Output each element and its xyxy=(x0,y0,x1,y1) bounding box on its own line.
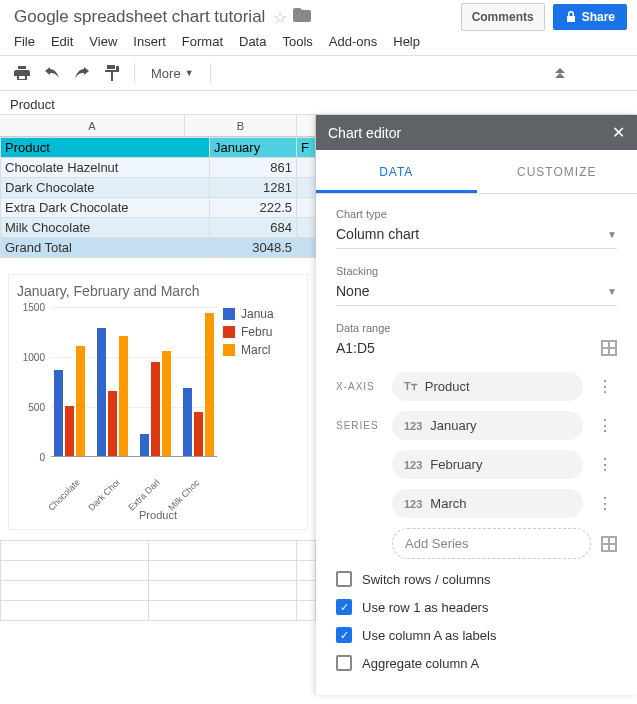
data-range-input[interactable]: A1:D5 xyxy=(336,340,375,356)
print-icon[interactable] xyxy=(10,61,34,85)
share-button[interactable]: Share xyxy=(553,4,627,30)
number-type-icon: 123 xyxy=(404,459,422,471)
toolbar: More ▼ xyxy=(0,55,637,91)
add-series-button[interactable]: Add Series xyxy=(392,528,591,559)
table-row[interactable] xyxy=(1,561,316,581)
menu-file[interactable]: File xyxy=(14,34,35,49)
menu-view[interactable]: View xyxy=(89,34,117,49)
more-menu-icon[interactable]: ⋮ xyxy=(593,494,617,513)
stacking-label: Stacking xyxy=(336,265,617,277)
number-type-icon: 123 xyxy=(404,498,422,510)
stacking-select[interactable]: None▼ xyxy=(336,283,617,306)
use-columnA-labels-checkbox[interactable]: ✓Use column A as labels xyxy=(336,627,617,643)
lock-icon xyxy=(565,11,577,23)
paint-format-icon[interactable] xyxy=(100,61,124,85)
menu-data[interactable]: Data xyxy=(239,34,266,49)
table-row[interactable] xyxy=(1,581,316,601)
checkbox-checked-icon: ✓ xyxy=(336,627,352,643)
collapse-toolbar-icon[interactable] xyxy=(553,65,567,81)
table-row[interactable]: Chocolate Hazelnut861 xyxy=(1,158,316,178)
data-range-label: Data range xyxy=(336,322,617,334)
chart[interactable]: January, February and March 050010001500… xyxy=(8,274,308,530)
chart-type-label: Chart type xyxy=(336,208,617,220)
checkbox-icon xyxy=(336,571,352,587)
star-icon[interactable]: ☆ xyxy=(273,8,287,27)
chart-x-axis-title: Product xyxy=(17,509,299,521)
chart-editor-panel: Chart editor ✕ DATA CUSTOMIZE Chart type… xyxy=(316,115,637,695)
text-type-icon: Tᴛ xyxy=(404,380,417,393)
aggregate-columnA-checkbox[interactable]: Aggregate column A xyxy=(336,655,617,671)
tab-customize[interactable]: CUSTOMIZE xyxy=(477,150,638,193)
close-icon[interactable]: ✕ xyxy=(612,123,625,142)
menu-insert[interactable]: Insert xyxy=(133,34,166,49)
folder-icon[interactable] xyxy=(293,8,311,26)
menu-tools[interactable]: Tools xyxy=(282,34,312,49)
chevron-down-icon: ▼ xyxy=(607,229,617,240)
col-header-a[interactable]: A xyxy=(0,115,185,136)
select-range-icon[interactable] xyxy=(601,340,617,356)
tab-data[interactable]: DATA xyxy=(316,150,477,193)
checkbox-checked-icon: ✓ xyxy=(336,599,352,615)
chart-legend: JanuaFebruMarcl xyxy=(217,307,299,487)
more-menu-icon[interactable]: ⋮ xyxy=(593,416,617,435)
col-header-c-partial[interactable] xyxy=(297,115,316,136)
redo-icon[interactable] xyxy=(70,61,94,85)
series-chip[interactable]: 123February xyxy=(392,450,583,479)
series-chip[interactable]: 123March xyxy=(392,489,583,518)
number-type-icon: 123 xyxy=(404,420,422,432)
table-row[interactable] xyxy=(1,541,316,561)
table-row[interactable]: Milk Chocolate684 xyxy=(1,218,316,238)
panel-title: Chart editor xyxy=(328,125,401,141)
menu-edit[interactable]: Edit xyxy=(51,34,73,49)
chart-title: January, February and March xyxy=(17,283,299,299)
name-box[interactable]: Product xyxy=(0,91,637,115)
checkbox-icon xyxy=(336,655,352,671)
table-row[interactable]: Extra Dark Chocolate222.5 xyxy=(1,198,316,218)
table-row[interactable]: Dark Chocolate1281 xyxy=(1,178,316,198)
use-row1-headers-checkbox[interactable]: ✓Use row 1 as headers xyxy=(336,599,617,615)
spreadsheet[interactable]: A B Product January F Chocolate Hazelnut… xyxy=(0,115,316,695)
table-row[interactable]: Product January F xyxy=(1,138,316,158)
doc-title[interactable]: Google spreadsheet chart tutorial xyxy=(14,7,265,27)
more-menu-icon[interactable]: ⋮ xyxy=(593,455,617,474)
chevron-down-icon: ▼ xyxy=(607,286,617,297)
undo-icon[interactable] xyxy=(40,61,64,85)
more-button[interactable]: More ▼ xyxy=(145,66,200,81)
menubar: File Edit View Insert Format Data Tools … xyxy=(0,30,637,55)
series-label: SERIES xyxy=(336,420,382,431)
menu-help[interactable]: Help xyxy=(393,34,420,49)
x-axis-chip[interactable]: TᴛProduct xyxy=(392,372,583,401)
switch-rows-columns-checkbox[interactable]: Switch rows / columns xyxy=(336,571,617,587)
x-axis-label: X-AXIS xyxy=(336,381,382,392)
more-menu-icon[interactable]: ⋮ xyxy=(593,377,617,396)
series-chip[interactable]: 123January xyxy=(392,411,583,440)
table-row[interactable] xyxy=(1,601,316,621)
menu-format[interactable]: Format xyxy=(182,34,223,49)
col-header-b[interactable]: B xyxy=(185,115,297,136)
select-range-icon[interactable] xyxy=(601,536,617,552)
chart-type-select[interactable]: Column chart▼ xyxy=(336,226,617,249)
menu-addons[interactable]: Add-ons xyxy=(329,34,377,49)
comments-button[interactable]: Comments xyxy=(461,3,545,31)
table-row-total[interactable]: Grand Total3048.5 xyxy=(1,238,316,258)
